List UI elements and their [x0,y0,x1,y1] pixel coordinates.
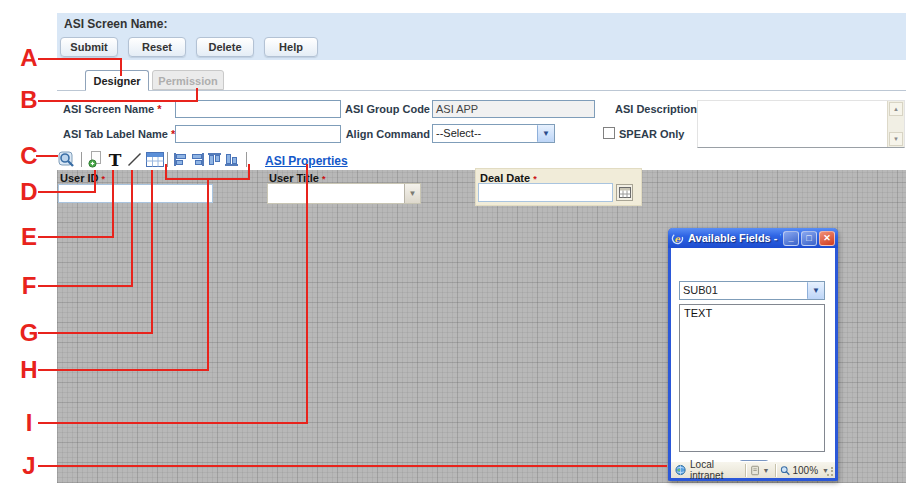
reset-button[interactable]: Reset [128,37,186,57]
align-top-icon[interactable] [206,150,222,169]
annotation-letter-h: H [16,358,42,382]
window-statusbar: Local intranet ▼ 100% ▼ [671,461,835,478]
statusbar-divider [745,464,746,477]
delete-button[interactable]: Delete [196,37,254,57]
annotation-line [112,170,114,238]
annotation-line [38,236,114,238]
annotation-line [38,285,133,287]
align-right-icon[interactable] [189,150,205,169]
line-tool-icon[interactable] [126,150,142,169]
annotation-letter-i: I [16,411,42,435]
list-item[interactable]: TEXT [680,305,824,321]
annotation-letter-b: B [16,88,42,112]
submit-button[interactable]: Submit [60,37,118,57]
annotation-letter-f: F [16,274,42,298]
align-left-icon[interactable] [172,150,188,169]
available-fields-window[interactable]: e Available Fields - Wind... _ □ ✕ SUB01… [668,228,838,481]
close-button[interactable]: ✕ [819,231,835,246]
annotation-line [94,170,96,193]
text-tool-icon[interactable]: T [106,150,124,169]
annotation-line [38,100,198,102]
tab-label-name-label: ASI Tab Label Name * [63,128,175,140]
annotation-letter-a: A [16,46,42,70]
annotation-line [165,164,167,180]
user-id-input[interactable] [58,184,213,203]
annotation-line [38,191,96,193]
annotation-letter-g: G [16,321,42,345]
annotation-line [38,58,122,60]
available-fields-listbox[interactable]: TEXT [679,304,825,452]
annotation-letter-c: C [16,144,42,168]
add-control-icon[interactable] [87,150,103,169]
toolbar-separator [246,152,247,167]
spear-only-label: SPEAR Only [619,128,684,140]
zoom-magnifier-icon [780,465,790,476]
user-title-select[interactable]: ▼ [267,183,421,204]
toolbar-separator [167,152,168,167]
align-command-select[interactable]: --Select-- ▼ [432,124,555,143]
protected-mode-icon[interactable] [750,465,760,476]
annotation-line [131,170,133,287]
available-fields-select[interactable]: SUB01 ▼ [679,281,825,300]
annotation-line [306,164,308,424]
required-mark: * [157,103,161,115]
screen-name-label: ASI Screen Name * [63,103,161,115]
intranet-globe-icon [675,464,686,476]
window-body: SUB01 ▼ TEXT OK [671,248,835,461]
resize-grip[interactable] [824,467,834,477]
tab-designer[interactable]: Designer [85,70,149,91]
align-command-label: Align Command [345,128,430,140]
table-tool-icon[interactable] [145,150,165,169]
description-scrollbar[interactable]: ▲ ▼ [887,101,904,147]
annotation-letter-j: J [16,454,42,478]
annotation-line [120,58,122,76]
annotation-line [151,170,153,334]
minimize-button[interactable]: _ [783,231,799,246]
group-code-label: ASI Group Code [345,103,430,115]
annotation-letter-d: D [16,180,42,204]
chevron-down-icon[interactable]: ▼ [537,125,554,142]
chevron-down-icon[interactable]: ▼ [807,282,824,299]
spear-only-checkbox[interactable] [603,127,615,139]
window-title: Available Fields - Wind... [688,232,781,244]
chevron-down-icon[interactable]: ▼ [762,467,769,474]
annotation-line [38,332,153,334]
annotation-line [207,178,209,371]
group-code-field: ASI APP [432,100,595,118]
page-title: ASI Screen Name: [64,17,167,31]
tab-permission[interactable]: Permission [152,70,224,90]
annotation-letter-e: E [16,225,42,249]
scroll-up-icon[interactable]: ▲ [889,102,903,116]
screen: ASI Screen Name: Submit Reset Delete Hel… [0,0,921,491]
annotation-line [38,369,209,371]
annotation-line [38,422,308,424]
align-bottom-icon[interactable] [223,150,239,169]
maximize-button[interactable]: □ [801,231,817,246]
chevron-down-icon[interactable]: ▼ [404,184,420,203]
toolbar-separator [81,152,82,167]
statusbar-divider [775,464,776,477]
zoom-level-label: 100% [792,465,818,476]
zoom-preview-icon[interactable] [57,150,77,169]
field-label-user-id: User ID * [60,172,105,184]
description-textarea[interactable]: ▲ ▼ [697,100,905,148]
calendar-icon[interactable] [616,184,633,201]
tab-label-name-input[interactable] [175,125,341,143]
annotation-line [38,465,667,467]
annotation-line [165,178,250,180]
annotation-line [248,164,250,180]
deal-date-input[interactable] [478,183,613,202]
screen-name-input[interactable] [175,100,341,118]
help-button[interactable]: Help [264,37,318,57]
ie-logo-icon: e [671,232,684,245]
description-label: ASI Description [615,103,697,115]
security-zone-label: Local intranet [690,459,745,481]
window-titlebar[interactable]: e Available Fields - Wind... _ □ ✕ [668,228,838,248]
annotation-line [196,88,198,102]
scroll-down-icon[interactable]: ▼ [889,132,903,146]
